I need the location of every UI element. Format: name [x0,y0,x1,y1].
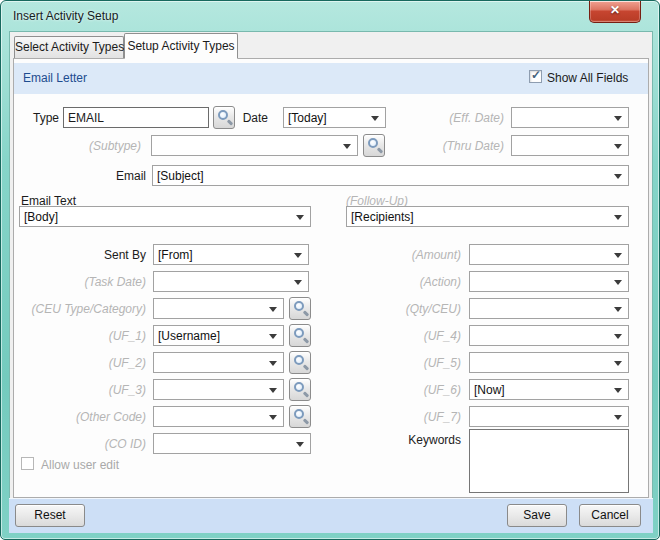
uf7-label: (UF_7) [371,410,461,424]
keywords-input[interactable] [469,429,629,493]
subtype-select[interactable] [151,135,358,156]
uf7-select[interactable] [469,406,629,427]
dropdown-arrow-icon [294,253,302,258]
cancel-button[interactable]: Cancel [579,504,641,527]
other-code-lookup-button[interactable] [289,405,311,428]
thru-date-label: (Thru Date) [404,139,504,153]
save-button[interactable]: Save [507,504,567,527]
uf5-select[interactable] [469,352,629,373]
type-value: EMAIL [68,111,104,125]
close-icon: ✕ [610,3,620,17]
dropdown-arrow-icon [614,415,622,420]
subtype-lookup-button[interactable] [363,134,385,157]
eff-date-select[interactable] [511,107,629,128]
dropdown-arrow-icon [614,280,622,285]
action-select[interactable] [469,271,629,292]
uf1-label: (UF_1) [56,329,146,343]
dropdown-arrow-icon [614,307,622,312]
task-date-label: (Task Date) [56,275,146,289]
dropdown-arrow-icon [614,116,622,121]
dropdown-arrow-icon [269,307,277,312]
keywords-label: Keywords [399,433,461,447]
dropdown-arrow-icon [614,144,622,149]
show-all-fields-checkbox[interactable]: ✓ [529,70,542,83]
thru-date-select[interactable] [511,135,629,156]
co-id-label: (CO ID) [56,437,146,451]
action-label: (Action) [371,275,461,289]
subtype-label: (Subtype) [56,139,141,153]
dropdown-arrow-icon [296,215,304,220]
uf4-select[interactable] [469,325,629,346]
dropdown-arrow-icon [614,174,622,179]
uf6-select[interactable]: [Now] [469,379,629,400]
follow-up-select[interactable]: [Recipients] [346,206,629,227]
email-subject-select[interactable]: [Subject] [152,165,629,186]
dropdown-arrow-icon [614,253,622,258]
type-label: Type [15,111,59,125]
uf3-label: (UF_3) [56,383,146,397]
email-body-select[interactable]: [Body] [19,206,311,227]
type-input[interactable]: EMAIL [63,107,209,128]
date-label: Date [234,111,268,125]
check-icon: ✓ [531,69,541,82]
allow-user-edit-label: Allow user edit [41,458,119,472]
uf5-label: (UF_5) [371,356,461,370]
uf4-label: (UF_4) [371,329,461,343]
uf2-lookup-button[interactable] [289,351,311,374]
uf3-select[interactable] [153,379,284,400]
dropdown-arrow-icon [614,388,622,393]
dropdown-arrow-icon [614,334,622,339]
dropdown-arrow-icon [269,388,277,393]
insert-activity-setup-dialog: Insert Activity Setup ✕ Select Activity … [0,0,660,540]
dropdown-arrow-icon [294,280,302,285]
tab-setup-activity-types[interactable]: Setup Activity Types [124,33,238,59]
email-label: Email [97,169,146,183]
uf6-label: (UF_6) [371,383,461,397]
dropdown-arrow-icon [371,116,379,121]
uf1-lookup-button[interactable] [289,324,311,347]
ceu-type-label: (CEU Type/Category) [6,302,146,316]
allow-user-edit-checkbox[interactable] [21,457,34,470]
ceu-type-select[interactable] [153,298,284,319]
uf3-lookup-button[interactable] [289,378,311,401]
activity-type-title: Email Letter [23,71,87,85]
dropdown-arrow-icon [269,361,277,366]
other-code-select[interactable] [153,406,284,427]
eff-date-label: (Eff. Date) [404,111,504,125]
date-select[interactable]: [Today] [283,107,386,128]
qty-ceu-select[interactable] [469,298,629,319]
close-button[interactable]: ✕ [589,1,641,23]
dropdown-arrow-icon [269,415,277,420]
other-code-label: (Other Code) [56,410,146,424]
co-id-select[interactable] [153,433,311,454]
qty-ceu-label: (Qty/CEU) [371,302,461,316]
show-all-fields-label: Show All Fields [547,71,628,85]
dropdown-arrow-icon [269,334,277,339]
dropdown-arrow-icon [614,215,622,220]
type-lookup-button[interactable] [213,106,235,129]
uf2-select[interactable] [153,352,284,373]
sent-by-select[interactable]: [From] [153,244,309,265]
window-title: Insert Activity Setup [13,9,118,23]
amount-label: (Amount) [371,248,461,262]
dropdown-arrow-icon [296,442,304,447]
uf1-select[interactable]: [Username] [153,325,284,346]
tab-select-activity-types[interactable]: Select Activity Types [14,36,124,58]
dropdown-arrow-icon [343,144,351,149]
dropdown-arrow-icon [614,361,622,366]
uf2-label: (UF_2) [56,356,146,370]
task-date-select[interactable] [153,271,309,292]
amount-select[interactable] [469,244,629,265]
reset-button[interactable]: Reset [15,504,85,527]
ceu-type-lookup-button[interactable] [289,297,311,320]
sent-by-label: Sent By [61,248,146,262]
